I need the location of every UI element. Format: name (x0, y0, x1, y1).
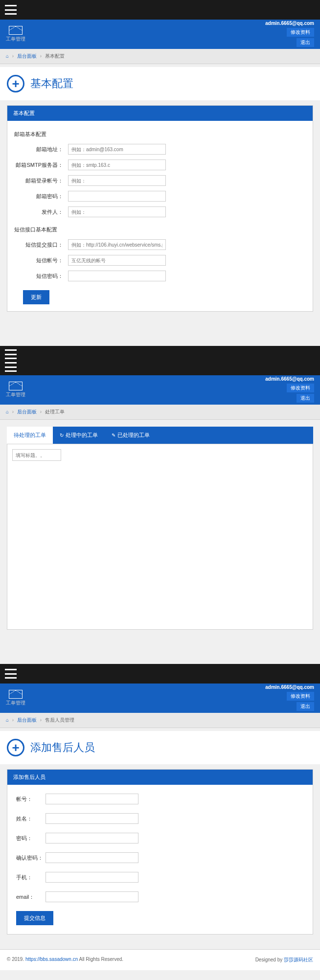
app-title: 工单管理 (6, 700, 25, 707)
edit-profile-link[interactable]: 修改资料 (287, 384, 314, 392)
user-area: admin.6665@qq.com 修改资料 退出 (265, 21, 314, 48)
top-bar (0, 664, 320, 684)
input-sms-api[interactable] (68, 239, 166, 250)
breadcrumb-current: 基本配置 (45, 53, 65, 59)
breadcrumb-sep: › (40, 53, 42, 59)
logout-link[interactable]: 退出 (297, 38, 314, 47)
input-password[interactable] (46, 833, 138, 843)
label-phone: 手机： (16, 874, 46, 881)
input-account[interactable] (46, 794, 138, 804)
header: 工单管理 admin.6665@qq.com 修改资料 退出 (0, 684, 320, 713)
user-area: admin.6665@qq.com 修改资料 退出 (265, 376, 314, 404)
logo-area[interactable]: 工单管理 (6, 26, 25, 43)
input-password[interactable] (68, 191, 166, 202)
input-email[interactable] (68, 144, 166, 155)
header: 工单管理 admin.6665@qq.com 修改资料 退出 (0, 20, 320, 49)
breadcrumb-current: 处理工单 (45, 409, 65, 414)
tab-done[interactable]: ✎已处理的工单 (105, 427, 157, 444)
app-title: 工单管理 (6, 36, 25, 43)
input-sms-account[interactable] (68, 255, 166, 266)
hamburger-icon[interactable] (5, 362, 17, 372)
hamburger-icon[interactable] (5, 349, 17, 359)
label-account: 邮箱登录帐号： (14, 177, 68, 184)
ticket-tabs: 待处理的工单 ↻处理中的工单 ✎已处理的工单 (7, 427, 313, 444)
breadcrumb: ⌂ › 后台面板 › 基本配置 (0, 49, 320, 64)
app-title: 工单管理 (6, 391, 25, 398)
breadcrumb-link[interactable]: 后台面板 (17, 717, 37, 723)
input-smtp[interactable] (68, 160, 166, 170)
edit-icon: ✎ (112, 433, 115, 438)
logout-link[interactable]: 退出 (297, 702, 314, 711)
logo-area[interactable]: 工单管理 (6, 382, 25, 398)
tab-pending[interactable]: 待处理的工单 (7, 427, 53, 444)
tab-processing[interactable]: ↻处理中的工单 (53, 427, 105, 444)
breadcrumb: ⌂ › 后台面板 › 售后人员管理 (0, 713, 320, 728)
header: 工单管理 admin.6665@qq.com 修改资料 退出 (0, 375, 320, 405)
label-confirm: 确认密码： (16, 854, 46, 862)
breadcrumb-current: 售后人员管理 (45, 717, 74, 723)
refresh-icon: ↻ (60, 433, 64, 438)
home-icon[interactable]: ⌂ (6, 53, 9, 59)
user-email: admin.6665@qq.com (265, 21, 314, 26)
envelope-icon (9, 26, 23, 35)
staff-panel: 添加售后人员 帐号： 姓名： 密码： 确认密码： 手机： email： 提交信息 (7, 769, 313, 934)
user-area: admin.6665@qq.com 修改资料 退出 (265, 684, 314, 712)
designer-link[interactable]: 莎莎源码社区 (284, 957, 313, 962)
footer-link[interactable]: https://bbs.sasadown.cn (25, 957, 78, 962)
breadcrumb-sep: › (12, 53, 14, 59)
breadcrumb-link[interactable]: 后台面板 (17, 409, 37, 414)
panel-header: 添加售后人员 (7, 770, 313, 785)
page-header: + 基本配置 (0, 67, 320, 100)
label-sms-account: 短信帐号： (14, 257, 68, 264)
input-phone[interactable] (46, 872, 138, 883)
label-email: 邮箱地址： (14, 146, 68, 153)
footer: © 2019. https://bbs.sasadown.cn All Righ… (0, 949, 320, 970)
label-password: 密码： (16, 835, 46, 842)
panel-body: 邮箱基本配置 邮箱地址： 邮箱SMTP服务器： 邮箱登录帐号： 邮箱密码： 发件… (7, 121, 313, 311)
hamburger-icon[interactable] (5, 669, 17, 679)
search-input[interactable] (12, 449, 61, 461)
section-header: 短信接口基本配置 (14, 226, 306, 233)
input-name[interactable] (46, 813, 138, 824)
logo-area[interactable]: 工单管理 (6, 690, 25, 707)
label-password: 邮箱密码： (14, 193, 68, 200)
breadcrumb-link[interactable]: 后台面板 (17, 53, 37, 59)
logout-link[interactable]: 退出 (297, 394, 314, 403)
ticket-list (7, 444, 313, 630)
page-header: + 添加售后人员 (0, 731, 320, 764)
copyright: © 2019. (7, 957, 25, 962)
envelope-icon (9, 382, 23, 390)
hamburger-icon[interactable] (5, 5, 17, 15)
update-button[interactable]: 更新 (23, 290, 49, 304)
input-email[interactable] (46, 891, 138, 902)
edit-profile-link[interactable]: 修改资料 (287, 692, 314, 701)
plus-icon[interactable]: + (7, 75, 24, 92)
staff-form: 帐号： 姓名： 密码： 确认密码： 手机： email： 提交信息 (7, 785, 313, 934)
plus-icon[interactable]: + (7, 739, 24, 756)
input-sms-password[interactable] (68, 271, 166, 281)
page-title: 基本配置 (30, 76, 73, 91)
top-bar (0, 346, 320, 375)
edit-profile-link[interactable]: 修改资料 (287, 28, 314, 37)
home-icon[interactable]: ⌂ (6, 409, 9, 414)
label-sms-api: 短信提交接口： (14, 241, 68, 249)
breadcrumb: ⌂ › 后台面板 › 处理工单 (0, 405, 320, 420)
label-smtp: 邮箱SMTP服务器： (14, 161, 68, 169)
label-account: 帐号： (16, 796, 46, 803)
panel-header: 基本配置 (7, 106, 313, 121)
label-sms-password: 短信密码： (14, 273, 68, 280)
home-icon[interactable]: ⌂ (6, 717, 9, 723)
label-email: email： (16, 893, 46, 901)
label-name: 姓名： (16, 815, 46, 822)
section-header: 邮箱基本配置 (14, 131, 306, 138)
submit-button[interactable]: 提交信息 (16, 911, 53, 925)
config-panel: 基本配置 邮箱基本配置 邮箱地址： 邮箱SMTP服务器： 邮箱登录帐号： 邮箱密… (7, 105, 313, 312)
user-email: admin.6665@qq.com (265, 376, 314, 382)
input-confirm[interactable] (46, 852, 138, 863)
page-title: 添加售后人员 (30, 740, 95, 755)
user-email: admin.6665@qq.com (265, 684, 314, 690)
top-bar (0, 0, 320, 20)
input-account[interactable] (68, 175, 166, 186)
envelope-icon (9, 690, 23, 699)
input-sender[interactable] (68, 206, 166, 217)
